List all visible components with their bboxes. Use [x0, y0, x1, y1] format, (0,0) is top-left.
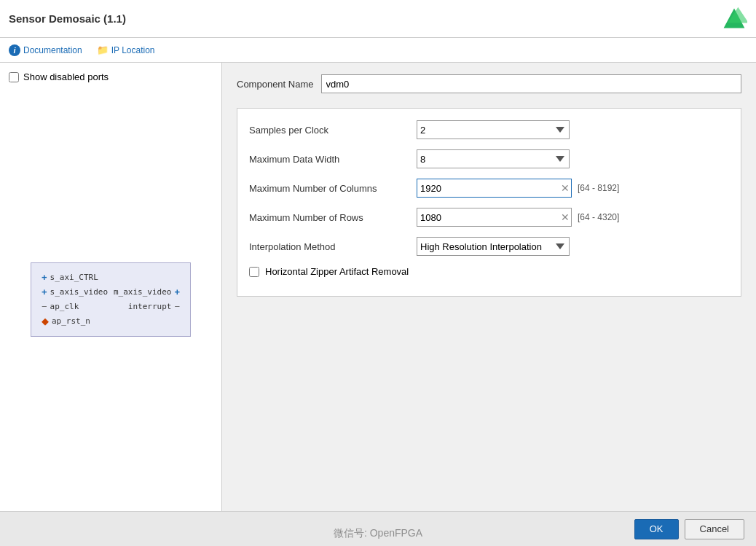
max-data-width-row: Maximum Data Width 8 10 12 16: [249, 149, 729, 168]
max-rows-input[interactable]: [417, 208, 559, 226]
right-panel: Component Name Samples per Clock 2 1 4 M…: [222, 63, 756, 511]
signal-interrupt: interrupt: [128, 300, 172, 314]
settings-panel: Samples per Clock 2 1 4 Maximum Data Wid…: [237, 108, 741, 297]
minus-icon-1: −: [42, 300, 47, 314]
horizontal-zipper-label: Horizontal Zipper Artifact Removal: [265, 266, 409, 277]
signal-s-axis-video: s_axis_video: [50, 285, 108, 300]
max-data-width-label: Maximum Data Width: [249, 154, 409, 165]
max-columns-clear-button[interactable]: ✕: [559, 182, 571, 194]
diagram-row-3: − ap_clk interrupt −: [42, 300, 180, 314]
max-columns-range: [64 - 8192]: [578, 183, 619, 193]
plus-icon-1: +: [42, 270, 47, 285]
show-disabled-ports-checkbox[interactable]: [9, 72, 19, 82]
interpolation-label: Interpolation Method: [249, 241, 409, 252]
documentation-label: Documentation: [23, 45, 82, 55]
nav-bar: i Documentation 📁 IP Location: [0, 38, 756, 63]
ok-button[interactable]: OK: [634, 519, 679, 539]
horizontal-zipper-checkbox[interactable]: [249, 267, 259, 277]
ip-location-link[interactable]: 📁 IP Location: [97, 44, 155, 55]
samples-per-clock-control: 2 1 4: [417, 120, 570, 139]
signal-m-axis-video: m_axis_video: [114, 285, 171, 300]
plus-icon-2: +: [42, 285, 47, 300]
max-rows-clear-button[interactable]: ✕: [559, 211, 571, 223]
component-name-input[interactable]: [321, 74, 742, 93]
left-panel: Show disabled ports + s_axi_CTRL + s_axi…: [0, 63, 222, 511]
watermark: 微信号: OpenFPGA: [334, 527, 422, 540]
interpolation-row: Interpolation Method High Resolution Int…: [249, 237, 729, 256]
diagram-row-1: + s_axi_CTRL: [42, 270, 180, 285]
component-diagram: + s_axi_CTRL + s_axis_video m_axis_video…: [9, 97, 213, 502]
interpolation-select[interactable]: High Resolution Interpolation Bilinear I…: [417, 237, 570, 256]
samples-per-clock-row: Samples per Clock 2 1 4: [249, 120, 729, 139]
minus-icon-2: −: [174, 300, 180, 314]
horizontal-zipper-row: Horizontal Zipper Artifact Removal: [249, 266, 729, 277]
diagram-box: + s_axi_CTRL + s_axis_video m_axis_video…: [31, 262, 191, 337]
component-name-row: Component Name: [237, 74, 741, 93]
max-columns-label: Maximum Number of Columns: [249, 183, 409, 194]
max-data-width-select[interactable]: 8 10 12 16: [417, 149, 570, 168]
max-data-width-control: 8 10 12 16: [417, 149, 570, 168]
samples-per-clock-label: Samples per Clock: [249, 125, 409, 136]
diagram-row-4: ◆ ap_rst_n: [42, 314, 180, 329]
show-disabled-ports-label: Show disabled ports: [23, 71, 109, 82]
show-disabled-ports-row: Show disabled ports: [9, 71, 213, 82]
diagram-row-2: + s_axis_video m_axis_video +: [42, 285, 180, 300]
svg-marker-1: [728, 7, 747, 23]
interpolation-control: High Resolution Interpolation Bilinear I…: [417, 237, 570, 256]
window-title: Sensor Demosaic (1.1): [9, 12, 126, 25]
max-rows-input-wrapper: ✕: [417, 208, 572, 227]
max-rows-row: Maximum Number of Rows ✕ [64 - 4320]: [249, 208, 729, 227]
cancel-button[interactable]: Cancel: [685, 519, 744, 539]
ip-location-label: IP Location: [111, 45, 155, 55]
signal-ap-clk: ap_clk: [50, 300, 79, 314]
component-name-label: Component Name: [237, 79, 314, 90]
signal-ap-rst-n: ap_rst_n: [52, 314, 90, 329]
main-content: Show disabled ports + s_axi_CTRL + s_axi…: [0, 63, 756, 511]
max-columns-input[interactable]: [417, 179, 559, 197]
documentation-link[interactable]: i Documentation: [9, 44, 82, 56]
plus-icon-3: +: [174, 285, 180, 300]
max-columns-input-wrapper: ✕: [417, 179, 572, 198]
folder-icon: 📁: [97, 44, 109, 55]
signal-s-axi-ctrl: s_axi_CTRL: [50, 270, 98, 285]
bottom-bar: 微信号: OpenFPGA OK Cancel: [0, 511, 756, 546]
title-bar: Sensor Demosaic (1.1): [0, 0, 756, 38]
max-rows-range: [64 - 4320]: [578, 212, 619, 222]
max-rows-control: ✕ [64 - 4320]: [417, 208, 619, 227]
max-rows-label: Maximum Number of Rows: [249, 212, 409, 223]
dot-icon-1: ◆: [42, 314, 49, 329]
max-columns-control: ✕ [64 - 8192]: [417, 179, 619, 198]
info-icon: i: [9, 44, 20, 56]
samples-per-clock-select[interactable]: 2 1 4: [417, 120, 570, 139]
logo-icon: [721, 6, 747, 32]
max-columns-row: Maximum Number of Columns ✕ [64 - 8192]: [249, 179, 729, 198]
